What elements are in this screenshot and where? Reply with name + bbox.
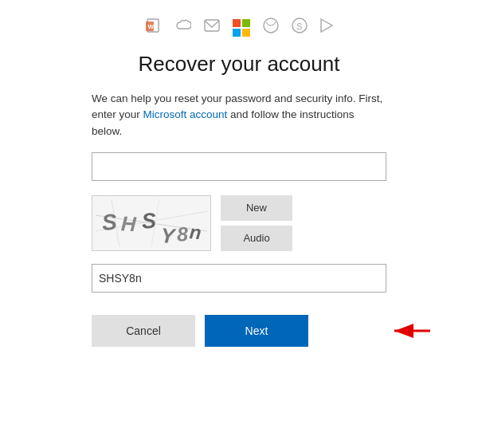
captcha-buttons: New Audio — [221, 195, 292, 251]
captcha-row: S H S Y 8 n New Audio — [92, 195, 386, 251]
audio-captcha-button[interactable]: Audio — [221, 226, 292, 251]
xbox-icon — [263, 18, 279, 37]
main-content: We can help you reset your password and … — [92, 91, 386, 347]
onedrive-icon — [174, 19, 191, 36]
new-captcha-button[interactable]: New — [221, 195, 292, 221]
page-title: Recover your account — [139, 52, 340, 77]
svg-marker-7 — [321, 19, 332, 32]
groove-icon — [320, 18, 333, 37]
svg-rect-3 — [205, 20, 219, 31]
svg-text:S: S — [141, 208, 157, 233]
cancel-button[interactable]: Cancel — [92, 315, 195, 347]
email-input[interactable] — [92, 152, 386, 181]
skype-icon: S — [292, 18, 308, 37]
svg-text:H: H — [120, 211, 138, 236]
microsoft-logo — [233, 19, 250, 37]
button-row: Cancel Next — [92, 315, 386, 347]
svg-text:n: n — [189, 221, 202, 243]
outlook-icon — [204, 18, 220, 37]
svg-text:S: S — [296, 22, 302, 31]
next-button[interactable]: Next — [205, 315, 308, 347]
top-icon-bar: W S — [145, 18, 333, 37]
svg-text:Y: Y — [160, 223, 178, 247]
description-text: We can help you reset your password and … — [92, 91, 386, 140]
svg-text:W: W — [148, 23, 155, 30]
svg-text:8: 8 — [176, 222, 188, 246]
captcha-input[interactable] — [92, 264, 386, 293]
microsoft-account-link[interactable]: Microsoft account — [143, 108, 228, 120]
svg-text:S: S — [101, 209, 119, 235]
arrow-indicator — [390, 320, 434, 342]
office-icon: W — [145, 18, 161, 37]
captcha-image: S H S Y 8 n — [92, 195, 211, 251]
